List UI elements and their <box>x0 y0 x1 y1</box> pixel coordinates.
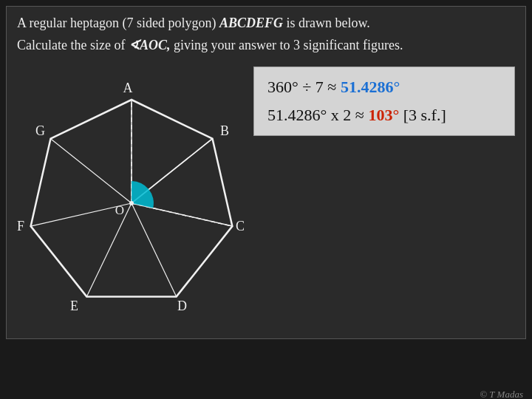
label-C: C <box>236 219 245 233</box>
title-text: A regular heptagon (7 sided polygon) ABC… <box>17 14 515 32</box>
heptagon-svg: A B C D E F G O <box>17 59 246 332</box>
label-D: D <box>177 299 187 313</box>
subtitle-pre: Calculate the size of <box>17 38 129 52</box>
answer1-highlight: 51.4286° <box>341 78 400 96</box>
diagram-area: A B C D E F G O <box>17 59 246 332</box>
line-OE <box>86 203 132 296</box>
center-dot <box>129 201 134 205</box>
label-F: F <box>17 219 24 233</box>
subtitle-text: Calculate the size of ∢AOC, giving your … <box>17 36 515 54</box>
label-B: B <box>220 123 229 138</box>
line-OG <box>51 138 132 202</box>
solution-line1: 360° ÷ 7 ≈ 51.4286° <box>267 78 501 97</box>
subtitle-post: giving your answer to 3 significant figu… <box>170 38 403 52</box>
label-A: A <box>123 81 133 95</box>
solution-line2: 51.4286° x 2 ≈ 103° [3 s.f.] <box>267 106 501 125</box>
label-O: O <box>115 203 124 217</box>
title-polygon-name: ABCDEFG <box>219 16 283 30</box>
title-post: is drawn below. <box>283 16 370 30</box>
label-E: E <box>70 299 78 313</box>
copyright: © T Madas <box>480 389 523 399</box>
line-OD <box>132 203 177 296</box>
title-pre: A regular heptagon (7 sided polygon) <box>17 16 219 30</box>
solution-box: 360° ÷ 7 ≈ 51.4286° 51.4286° x 2 ≈ 103° … <box>253 66 515 136</box>
answer2-highlight: 103° <box>368 106 399 124</box>
main-container: A regular heptagon (7 sided polygon) ABC… <box>0 6 532 399</box>
diagram-solution-row: A B C D E F G O 360° ÷ 7 ≈ 51.4286° <box>17 59 515 332</box>
content-area: A regular heptagon (7 sided polygon) ABC… <box>6 6 526 339</box>
subtitle-angle: ∢AOC, <box>129 38 171 52</box>
label-G: G <box>35 123 45 138</box>
